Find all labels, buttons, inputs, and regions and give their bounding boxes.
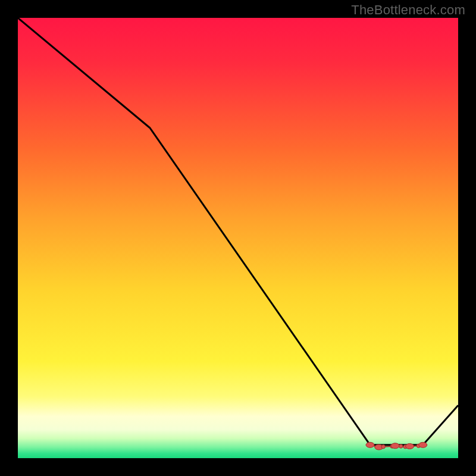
marker-dot	[419, 442, 427, 447]
chart-frame: TheBottleneck.com	[0, 0, 476, 476]
watermark-text: TheBottleneck.com	[351, 2, 465, 18]
chart-svg	[18, 18, 458, 458]
gradient-background	[18, 18, 458, 458]
marker-dot	[399, 444, 403, 448]
marker-dot	[366, 442, 374, 447]
marker-dot	[391, 443, 399, 449]
marker-dot	[406, 444, 414, 449]
marker-dot	[381, 445, 385, 449]
plot-area	[18, 18, 458, 458]
